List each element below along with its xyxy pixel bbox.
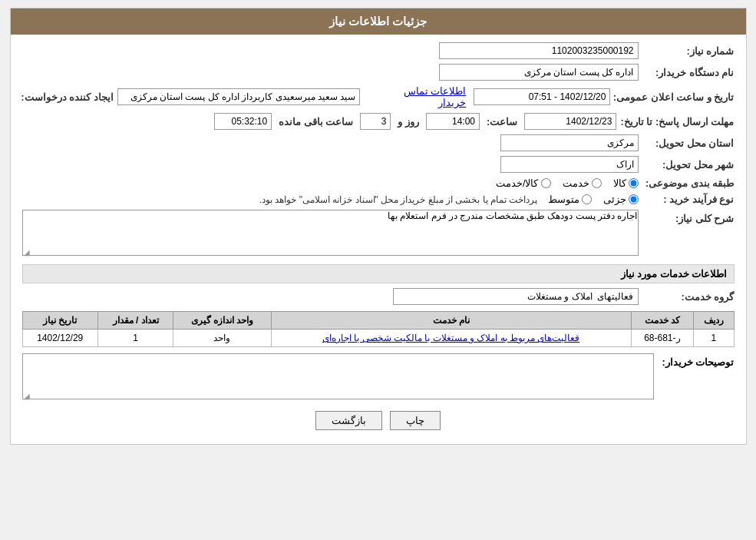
deadline-time-input[interactable] (426, 113, 480, 130)
col-unit: واحد اندازه گیری (173, 312, 271, 330)
city-label: شهر محل تحویل: (642, 159, 735, 171)
category-row: طبقه بندی موضوعی: کالا خدمت کالا/خدمت (22, 177, 735, 189)
buyer-desc-label: توصیحات خریدار: (658, 353, 735, 368)
radio-khedmat[interactable] (592, 178, 602, 188)
org-name-label: نام دستگاه خریدار: (642, 67, 735, 78)
purchase-jozyi[interactable]: جزئی (603, 194, 639, 205)
cell-qty: 1 (97, 330, 173, 347)
col-row: ردیف (694, 312, 735, 330)
announce-date-label: تاریخ و ساعت اعلان عمومی: (614, 91, 734, 103)
radio-motavasset[interactable] (582, 194, 592, 204)
radio-kala-label: کالا (613, 177, 626, 189)
announce-date-input[interactable] (474, 88, 610, 105)
province-row: استان محل تحویل: (22, 134, 735, 151)
radio-khedmat-label: خدمت (563, 177, 589, 189)
buyer-desc-textarea[interactable] (22, 353, 654, 399)
deadline-date-input[interactable] (524, 113, 616, 130)
need-desc-label: شرح کلی نیاز: (642, 210, 735, 224)
announce-creator-row: تاریخ و ساعت اعلان عمومی: اطلاعات تماس خ… (22, 85, 735, 108)
countdown-label: ساعت باقی مانده (279, 116, 353, 128)
purchase-note: پرداخت تمام یا بخشی از مبلغ خریداز محل "… (259, 194, 538, 205)
service-group-label: گروه خدمت: (642, 291, 735, 303)
radio-jozyi[interactable] (629, 194, 639, 204)
creator-label: ایجاد کننده درخواست: (22, 91, 114, 103)
need-number-row: شماره نیاز: (22, 42, 735, 59)
buttons-row: چاپ بازگشت (22, 411, 735, 430)
services-table: ردیف کد خدمت نام خدمت واحد اندازه گیری ت… (22, 311, 735, 347)
purchase-type-row: نوع فرآیند خرید : جزئی متوسط پرداخت تمام… (22, 194, 735, 205)
content-area: شماره نیاز: نام دستگاه خریدار: تاریخ و س… (11, 35, 746, 444)
buyer-desc-section: توصیحات خریدار: ◢ (22, 353, 735, 402)
radio-kala-khedmat[interactable] (541, 178, 551, 188)
org-name-input[interactable] (439, 64, 639, 81)
creator-input[interactable] (117, 88, 361, 105)
need-number-input[interactable] (439, 42, 639, 59)
radio-kala[interactable] (629, 178, 639, 188)
col-name: نام خدمت (271, 312, 631, 330)
category-label: طبقه بندی موضوعی: (642, 177, 735, 189)
purchase-type-radio-group: جزئی متوسط (548, 194, 639, 205)
category-radio-group: کالا خدمت کالا/خدمت (496, 177, 639, 189)
category-kala[interactable]: کالا (613, 177, 639, 189)
cell-date: 1402/12/29 (22, 330, 97, 347)
city-row: شهر محل تحویل: (22, 156, 735, 173)
services-table-section: ردیف کد خدمت نام خدمت واحد اندازه گیری ت… (22, 311, 735, 347)
province-label: استان محل تحویل: (642, 137, 735, 149)
need-desc-wrapper: ◢ (22, 210, 639, 258)
deadline-days-label: روز و (398, 116, 419, 128)
radio-jozyi-label: جزئی (603, 194, 626, 205)
col-code: کد خدمت (631, 312, 693, 330)
col-date: تاریخ نیاز (22, 312, 97, 330)
service-group-row: گروه خدمت: (22, 288, 735, 305)
purchase-type-label: نوع فرآیند خرید : (642, 194, 735, 205)
deadline-row: مهلت ارسال پاسخ: تا تاریخ: ساعت: روز و س… (22, 113, 735, 130)
page-container: جزئیات اطلاعات نیاز شماره نیاز: نام دستگ… (10, 8, 747, 445)
resize-handle2-icon: ◢ (24, 392, 30, 400)
radio-kala-khedmat-label: کالا/خدمت (496, 177, 539, 189)
page-header: جزئیات اطلاعات نیاز (11, 8, 746, 35)
category-kala-khedmat[interactable]: کالا/خدمت (496, 177, 551, 189)
countdown-input[interactable] (214, 113, 272, 130)
services-section-title: اطلاعات خدمات مورد نیاز (22, 264, 735, 283)
city-input[interactable] (500, 156, 639, 173)
page-title: جزئیات اطلاعات نیاز (329, 15, 427, 28)
deadline-time-label: ساعت: (487, 116, 517, 128)
cell-name[interactable]: فعالیت‌های مربوط به املاک و مستغلات با م… (271, 330, 631, 347)
resize-handle-icon: ◢ (24, 248, 30, 257)
contact-link[interactable]: اطلاعات تماس خریدار (374, 85, 466, 108)
radio-motavasset-label: متوسط (548, 194, 579, 205)
table-row: 1 ر-681-68 فعالیت‌های مربوط به املاک و م… (22, 330, 734, 347)
purchase-motavasset[interactable]: متوسط (548, 194, 592, 205)
back-button[interactable]: بازگشت (315, 411, 382, 430)
cell-code: ر-681-68 (631, 330, 693, 347)
print-button[interactable]: چاپ (390, 411, 441, 430)
province-input[interactable] (500, 134, 639, 151)
col-qty: تعداد / مقدار (97, 312, 173, 330)
buyer-desc-wrapper: ◢ (22, 353, 654, 402)
deadline-days-input[interactable] (360, 113, 391, 130)
category-khedmat[interactable]: خدمت (563, 177, 602, 189)
cell-row: 1 (694, 330, 735, 347)
need-number-label: شماره نیاز: (642, 45, 735, 57)
org-name-row: نام دستگاه خریدار: (22, 64, 735, 81)
need-desc-row: شرح کلی نیاز: ◢ (22, 210, 735, 258)
need-desc-textarea[interactable] (22, 210, 639, 256)
deadline-label: مهلت ارسال پاسخ: تا تاریخ: (620, 116, 734, 128)
service-group-input[interactable] (393, 288, 639, 305)
cell-unit: واحد (173, 330, 271, 347)
